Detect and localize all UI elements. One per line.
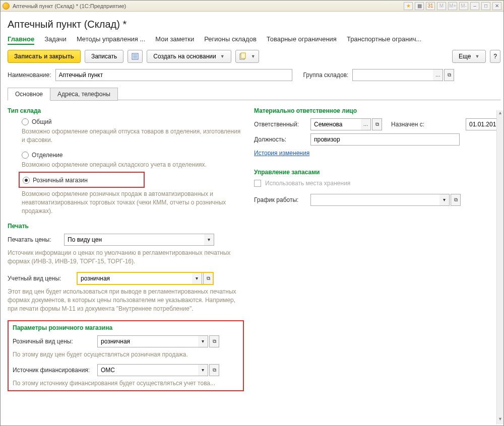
section-stock: Управление запасами	[254, 169, 490, 176]
open-icon[interactable]: ⧉	[451, 194, 461, 206]
group-input[interactable]	[352, 69, 433, 81]
open-icon[interactable]: ⧉	[203, 272, 213, 285]
more-label: Еще	[459, 53, 471, 60]
retail-hint: Возможно оформление розничных продаж в а…	[22, 190, 244, 215]
name-label: Наименование:	[8, 72, 51, 79]
chevron-down-icon: ▼	[220, 54, 225, 59]
save-and-close-button[interactable]: Записать и закрыть	[8, 50, 81, 63]
svg-rect-5	[241, 53, 245, 58]
department-hint: Возможно оформление операций складского …	[22, 161, 244, 169]
open-icon[interactable]: ⧉	[444, 69, 454, 81]
responsible-input[interactable]	[310, 118, 361, 130]
section-retail-params: Параметры розничного магазина	[13, 324, 239, 331]
chevron-down-icon[interactable]: ▾	[192, 272, 202, 285]
assigned-date-combo[interactable]: ▦	[466, 118, 500, 130]
print-prices-input[interactable]	[64, 234, 204, 246]
schedule-combo[interactable]: ▾ ⧉	[310, 194, 461, 206]
window-title: Аптечный пункт (Склад) * (1С:Предприятие…	[13, 3, 126, 9]
more-button[interactable]: Еще ▼	[452, 50, 486, 63]
radio-general[interactable]: Общий	[22, 118, 244, 125]
chevron-down-icon[interactable]: ▾	[198, 335, 208, 347]
fin-source-input[interactable]	[97, 364, 198, 376]
fin-source-label: Источник финансирования:	[13, 367, 93, 374]
retail-price-label: Розничный вид цены:	[13, 338, 93, 345]
radio-retail[interactable]: Розничный магазин	[23, 177, 140, 184]
nav-notes[interactable]: Мои заметки	[155, 34, 194, 45]
radio-general-label: Общий	[32, 118, 52, 125]
chevron-down-icon: ▼	[251, 54, 256, 59]
nav-transport-restrictions[interactable]: Транспортные огранич...	[347, 34, 421, 45]
tab-addresses[interactable]: Адреса, телефоны	[50, 88, 118, 101]
print-prices-combo[interactable]: ▾	[64, 234, 214, 246]
position-label: Должность:	[254, 136, 306, 143]
app-window: Аптечный пункт (Склад) * (1С:Предприятие…	[0, 0, 504, 426]
ellipsis-icon[interactable]: …	[361, 118, 371, 130]
retail-params-box: Параметры розничного магазина Розничный …	[8, 320, 244, 392]
fin-source-hint: По этому источнику финансирования будет …	[13, 379, 239, 388]
ellipsis-icon[interactable]: …	[433, 69, 443, 81]
name-input[interactable]	[55, 69, 292, 81]
chevron-down-icon[interactable]: ▾	[204, 234, 214, 246]
open-icon[interactable]: ⧉	[209, 364, 219, 376]
open-icon[interactable]: ⧉	[372, 118, 382, 130]
print-prices-hint: Источник информации о ценах по умолчанию…	[8, 249, 244, 266]
radio-icon	[22, 152, 29, 159]
attachments-button[interactable]: ▼	[235, 50, 259, 63]
favorites-icon[interactable]: ★	[404, 2, 413, 10]
section-printing: Печать	[8, 223, 244, 230]
list-button[interactable]	[128, 50, 143, 63]
group-combo[interactable]: … ⧉	[352, 69, 454, 81]
open-icon[interactable]: ⧉	[209, 335, 219, 347]
nav-tasks[interactable]: Задачи	[44, 34, 67, 45]
chevron-down-icon[interactable]: ▾	[439, 194, 450, 206]
retail-price-combo[interactable]: ▾ ⧉	[97, 335, 219, 347]
inner-tabs: Основное Адреса, телефоны	[8, 87, 500, 100]
save-button[interactable]: Записать	[85, 50, 123, 63]
calendar-icon[interactable]: 31	[426, 2, 435, 10]
titlebar: Аптечный пункт (Склад) * (1С:Предприятие…	[1, 1, 503, 12]
nav-methods[interactable]: Методы управления ...	[77, 34, 145, 45]
minimize-button[interactable]: –	[470, 2, 479, 10]
use-bins-checkbox[interactable]	[254, 180, 261, 187]
retail-price-input[interactable]	[97, 335, 198, 347]
schedule-label: График работы:	[254, 196, 306, 203]
section-nav: Главное Задачи Методы управления ... Мои…	[8, 34, 500, 45]
maximize-button[interactable]: □	[481, 2, 490, 10]
retail-highlight-box: Розничный магазин	[19, 172, 145, 188]
responsible-combo[interactable]: … ⧉	[310, 118, 382, 130]
chevron-down-icon[interactable]: ▾	[198, 364, 208, 376]
memory-mminus-button[interactable]: M-	[459, 2, 468, 10]
vertical-scrollbar[interactable]: ▲ ▼	[496, 110, 503, 424]
schedule-input[interactable]	[310, 194, 439, 206]
help-button[interactable]: ?	[490, 50, 500, 63]
memory-mplus-button[interactable]: M+	[448, 2, 457, 10]
fin-source-combo[interactable]: ▾ ⧉	[97, 364, 219, 376]
acc-price-input[interactable]	[77, 272, 192, 285]
assigned-label: Назначен с:	[391, 121, 462, 128]
close-button[interactable]: ✕	[492, 2, 501, 10]
acc-price-combo[interactable]: ▾ ⧉	[77, 272, 213, 285]
header-fields: Наименование: Группа складов: … ⧉	[8, 69, 500, 81]
create-based-on-button[interactable]: Создать на основании ▼	[147, 50, 231, 63]
retail-price-hint: По этому виду цен будет осуществляться р…	[13, 350, 239, 359]
assigned-date-input[interactable]	[466, 118, 500, 130]
radio-retail-label: Розничный магазин	[33, 177, 88, 184]
acc-price-label: Учетный вид цены:	[8, 275, 73, 282]
tab-main[interactable]: Основное	[8, 88, 50, 101]
general-hint: Возможно оформление операций отпуска тов…	[22, 127, 244, 145]
calculator-icon[interactable]: ▦	[415, 2, 424, 10]
history-link[interactable]: История изменения	[254, 150, 309, 157]
nav-main[interactable]: Главное	[8, 34, 34, 45]
scroll-down-icon[interactable]: ▼	[497, 416, 503, 424]
nav-regions[interactable]: Регионы складов	[204, 34, 257, 45]
radio-department[interactable]: Отделение	[22, 152, 244, 159]
nav-goods-restrictions[interactable]: Товарные ограничения	[267, 34, 337, 45]
memory-m-button[interactable]: M	[437, 2, 446, 10]
scroll-up-icon[interactable]: ▲	[497, 110, 503, 118]
chevron-down-icon: ▼	[475, 54, 479, 59]
command-bar: Записать и закрыть Записать Создать на о…	[8, 50, 500, 63]
left-column: Тип склада Общий Возможно оформление опе…	[8, 105, 254, 425]
form-body: Тип склада Общий Возможно оформление опе…	[8, 100, 500, 425]
page-title: Аптечный пункт (Склад) *	[8, 19, 500, 30]
position-input[interactable]	[310, 133, 460, 146]
